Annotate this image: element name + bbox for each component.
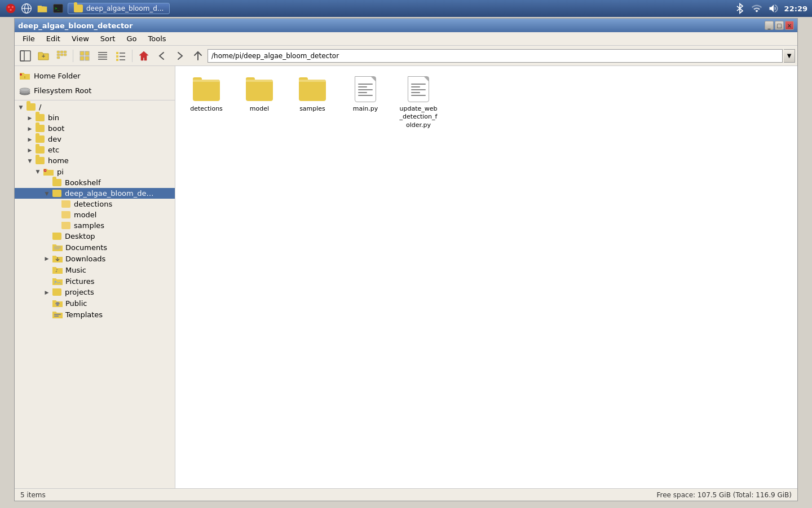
list-view-button[interactable]	[94, 48, 111, 64]
tree-item-deep-algae[interactable]: ▼ deep_algae_bloom_detect	[15, 188, 175, 199]
address-bar[interactable]	[208, 49, 783, 63]
file-item-update-web[interactable]: update_web_detection_folder.py	[393, 72, 444, 133]
tree-item-downloads[interactable]: ▶ Downloads	[15, 253, 175, 264]
tree-toggle-root[interactable]: ▼	[17, 103, 25, 111]
tree-toggle-downloads[interactable]: ▶	[43, 255, 51, 262]
menu-tools[interactable]: Tools	[143, 33, 172, 44]
tree-item-bookshelf[interactable]: Bookshelf	[15, 177, 175, 188]
big-folder-shape	[193, 77, 220, 101]
menu-sort[interactable]: Sort	[95, 33, 121, 44]
svg-rect-20	[85, 51, 89, 55]
tree-item-public[interactable]: Public	[15, 297, 175, 309]
minimize-button[interactable]: _	[765, 21, 774, 30]
big-folder-shape	[246, 77, 273, 101]
svg-rect-31	[116, 59, 118, 61]
address-dropdown-button[interactable]: ▼	[784, 49, 795, 63]
svg-point-36	[20, 88, 30, 91]
file-item-main-py[interactable]: main.py	[340, 72, 391, 133]
tree-label-bin: bin	[48, 113, 59, 122]
tree-toggle-bin[interactable]: ▶	[26, 114, 34, 122]
tree-item-home[interactable]: ▼ home	[15, 155, 175, 166]
tree-toggle-home[interactable]: ▼	[26, 157, 34, 165]
deep-algae-folder-icon	[52, 190, 61, 197]
sidebar-item-filesystem-root[interactable]: Filesystem Root	[15, 83, 175, 98]
tree-toggle-dev[interactable]: ▶	[26, 135, 34, 143]
menu-edit[interactable]: Edit	[41, 33, 66, 44]
tree-toggle-etc[interactable]: ▶	[26, 146, 34, 154]
show-panel-button[interactable]	[17, 48, 34, 64]
svg-rect-27	[116, 52, 118, 54]
up-button[interactable]	[189, 48, 206, 64]
raspberry-icon[interactable]	[5, 2, 17, 15]
tree-toggle-pi[interactable]: ▼	[34, 168, 42, 176]
svg-point-0	[6, 4, 16, 14]
samples-name: samples	[299, 105, 325, 113]
maximize-button[interactable]: □	[775, 21, 784, 30]
tree-label-projects: projects	[65, 288, 94, 296]
menu-file[interactable]: File	[17, 33, 41, 44]
svg-rect-43	[56, 304, 59, 306]
globe-icon[interactable]	[20, 2, 33, 15]
tree-item-model[interactable]: model	[15, 209, 175, 220]
taskbar-active-window[interactable]: deep_algae_bloom_d...	[68, 3, 170, 14]
tree-label-desktop: Desktop	[65, 232, 95, 240]
tree-item-root[interactable]: ▼ /	[15, 102, 175, 112]
tree-item-music[interactable]: ♪ Music	[15, 264, 175, 275]
svg-point-3	[10, 9, 11, 11]
menu-view[interactable]: View	[66, 33, 95, 44]
file-item-detections[interactable]: detections	[181, 72, 232, 133]
tree-item-pictures[interactable]: Pictures	[15, 275, 175, 287]
menu-go[interactable]: Go	[121, 33, 142, 44]
tree-item-samples[interactable]: samples	[15, 220, 175, 231]
volume-icon[interactable]	[767, 2, 780, 15]
svg-rect-45	[54, 316, 59, 317]
detailed-view-button[interactable]	[112, 48, 129, 64]
tree-item-projects[interactable]: ▶ projects	[15, 287, 175, 297]
close-button[interactable]: ×	[785, 21, 794, 30]
tree-item-boot[interactable]: ▶ boot	[15, 123, 175, 134]
svg-rect-18	[57, 56, 60, 59]
back-button[interactable]	[153, 48, 170, 64]
file-item-samples[interactable]: samples	[287, 72, 338, 133]
tree-toggle-projects[interactable]: ▶	[43, 288, 51, 296]
detections-icon	[193, 76, 220, 103]
sidebar-tree[interactable]: ▼ / ▶ bin ▶ boot ▶	[15, 100, 175, 488]
downloads-folder-icon	[52, 254, 63, 263]
sidebar-item-home-folder[interactable]: Home Folder	[15, 68, 175, 83]
file-item-model[interactable]: model	[234, 72, 285, 133]
file-grid: detections model	[181, 72, 792, 133]
tree-item-pi[interactable]: ▼ pi	[15, 166, 175, 177]
new-folder-button[interactable]: +	[35, 48, 52, 64]
icon-view-button[interactable]	[76, 48, 93, 64]
tree-item-bin[interactable]: ▶ bin	[15, 112, 175, 123]
menubar: File Edit View Sort Go Tools	[15, 32, 797, 46]
file-area[interactable]: detections model	[175, 66, 797, 488]
folder-icon[interactable]	[36, 2, 48, 15]
tree-item-detections[interactable]: detections	[15, 199, 175, 209]
svg-rect-12	[57, 51, 60, 53]
wifi-icon[interactable]	[751, 2, 763, 15]
bluetooth-icon[interactable]	[734, 2, 746, 15]
taskbar: >_ deep_algae_bloom_d... 22:29	[0, 0, 812, 17]
svg-text:>_: >_	[55, 6, 59, 11]
tree-item-desktop[interactable]: Desktop	[15, 231, 175, 242]
tree-label-root: /	[39, 103, 41, 111]
clock: 22:29	[784, 5, 807, 13]
samples-folder-icon	[61, 222, 70, 229]
tree-item-etc[interactable]: ▶ etc	[15, 144, 175, 155]
free-space: Free space: 107.5 GiB (Total: 116.9 GiB)	[657, 491, 792, 499]
tree-item-templates[interactable]: Templates	[15, 309, 175, 320]
svg-rect-10	[20, 51, 30, 61]
templates-folder-icon	[52, 310, 63, 319]
tree-item-dev[interactable]: ▶ dev	[15, 134, 175, 144]
tree-toggle-deep-algae[interactable]: ▼	[43, 190, 51, 198]
svg-rect-29	[116, 55, 118, 58]
bookmarks-button[interactable]	[53, 48, 70, 64]
filesystem-root-icon	[19, 85, 30, 96]
home-button[interactable]	[135, 48, 152, 64]
forward-button[interactable]	[171, 48, 188, 64]
tree-toggle-boot[interactable]: ▶	[26, 125, 34, 133]
terminal-icon[interactable]: >_	[52, 2, 64, 15]
pictures-folder-icon	[52, 277, 63, 286]
tree-item-documents[interactable]: Documents	[15, 242, 175, 253]
